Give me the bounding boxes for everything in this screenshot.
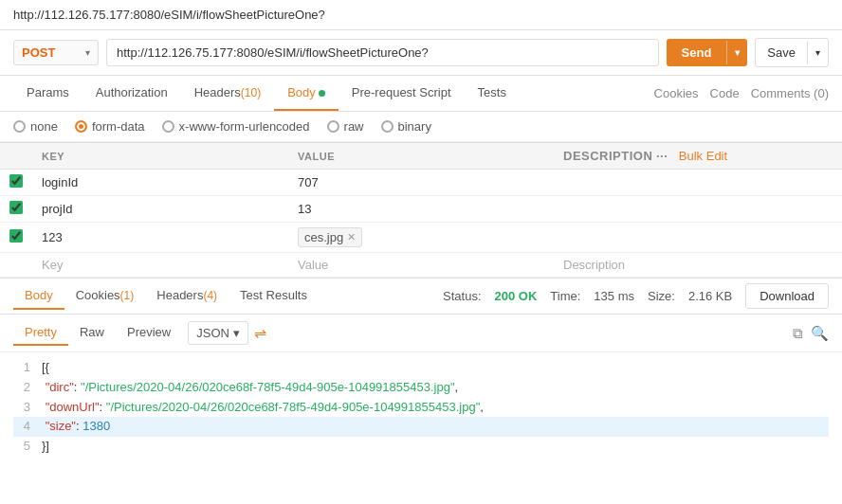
json-line-3: 3 "downUrl": "/Pictures/2020-04/26/020ce…: [13, 398, 829, 418]
tab-headers[interactable]: Headers(10): [181, 76, 274, 111]
body-type-row: none form-data x-www-form-urlencoded raw…: [0, 112, 842, 142]
method-select[interactable]: POST ▾: [13, 40, 99, 65]
format-selector[interactable]: JSON ▾: [188, 321, 248, 345]
resp-tab-body[interactable]: Body: [13, 282, 64, 310]
table-options-icon[interactable]: ···: [656, 149, 668, 163]
json-editor[interactable]: 1[{ 2 "dirc": "/Pictures/2020-04/26/020c…: [0, 352, 842, 504]
kv-section: KEY VALUE DESCRIPTION ··· Bulk Edit logi…: [0, 142, 842, 278]
row2-value[interactable]: 13: [288, 196, 554, 223]
save-button[interactable]: Save ▾: [755, 38, 829, 67]
copy-icon[interactable]: ⧉: [793, 325, 803, 342]
size-value: 2.16 KB: [688, 289, 732, 303]
response-tabs-left: Body Cookies(1) Headers(4) Test Results: [13, 282, 319, 310]
row3-desc: [554, 223, 842, 253]
radio-circle-raw: [327, 120, 339, 133]
tab-params[interactable]: Params: [13, 76, 82, 111]
url-bar-top: http://112.126.75.177:8080/eSIM/i/flowSh…: [0, 0, 842, 30]
tab-cookies[interactable]: Cookies: [654, 86, 699, 100]
row1-checkbox[interactable]: [9, 174, 23, 188]
format-label: JSON: [196, 326, 229, 340]
radio-circle-form-data: [75, 120, 87, 133]
viewer-tab-raw[interactable]: Raw: [68, 320, 116, 346]
json-line-2: 2 "dirc": "/Pictures/2020-04/26/020ce68f…: [13, 378, 829, 398]
row1-value[interactable]: 707: [288, 170, 554, 196]
viewer-left: Pretty Raw Preview JSON ▾ ⇌: [13, 320, 266, 346]
radio-circle-binary: [381, 120, 394, 133]
request-row: POST ▾ Send ▾ Save ▾: [0, 30, 842, 76]
row2-key[interactable]: projId: [32, 196, 288, 223]
json-line-1: 1[{: [13, 358, 829, 378]
request-tabs-left: Params Authorization Headers(10) Body Pr…: [13, 76, 520, 111]
table-row: projId 13: [0, 196, 842, 223]
viewer-icons: ⧉ 🔍: [793, 325, 829, 342]
radio-raw-label: raw: [344, 119, 364, 134]
th-description: DESCRIPTION ··· Bulk Edit: [554, 143, 842, 170]
tab-comments[interactable]: Comments (0): [751, 86, 829, 100]
json-line-4: 4 "size": 1380: [13, 417, 829, 437]
tab-body[interactable]: Body: [274, 76, 339, 111]
tab-authorization[interactable]: Authorization: [82, 76, 181, 111]
tab-code[interactable]: Code: [710, 86, 740, 100]
radio-binary-label: binary: [398, 119, 431, 134]
wrap-icon[interactable]: ⇌: [254, 324, 266, 342]
body-dot: [319, 90, 325, 97]
send-button[interactable]: Send ▾: [667, 39, 748, 66]
row3-checkbox[interactable]: [9, 229, 23, 243]
tab-prerequest[interactable]: Pre-request Script: [339, 76, 465, 111]
radio-urlencoded-label: x-www-form-urlencoded: [179, 119, 310, 134]
status-label: Status:: [443, 289, 481, 303]
request-tabs-row: Params Authorization Headers(10) Body Pr…: [0, 76, 842, 112]
url-input[interactable]: [106, 39, 659, 66]
placeholder-desc: Description: [554, 253, 842, 278]
send-dropdown-icon[interactable]: ▾: [726, 41, 747, 64]
file-remove-icon[interactable]: ✕: [347, 231, 356, 243]
resp-tab-headers[interactable]: Headers(4): [145, 282, 229, 310]
json-line-5: 5}]: [13, 437, 829, 457]
radio-urlencoded[interactable]: x-www-form-urlencoded: [162, 119, 310, 134]
format-dropdown-icon: ▾: [233, 326, 240, 340]
save-dropdown-icon[interactable]: ▾: [807, 41, 828, 64]
resp-tab-cookies[interactable]: Cookies(1): [64, 282, 146, 310]
search-icon[interactable]: 🔍: [811, 325, 829, 342]
th-check: [0, 143, 32, 170]
row1-key[interactable]: loginId: [32, 170, 288, 196]
th-key: KEY: [32, 143, 288, 170]
resp-tab-test-results[interactable]: Test Results: [229, 282, 319, 310]
tab-tests[interactable]: Tests: [465, 76, 520, 111]
headers-badge: (10): [241, 86, 261, 99]
bulk-edit-button[interactable]: Bulk Edit: [679, 149, 727, 163]
radio-none-label: none: [30, 119, 58, 134]
placeholder-value[interactable]: Value: [288, 253, 554, 278]
main-layout: http://112.126.75.177:8080/eSIM/i/flowSh…: [0, 0, 842, 504]
response-tabs-row: Body Cookies(1) Headers(4) Test Results …: [0, 278, 842, 315]
viewer-tabs: Pretty Raw Preview: [13, 320, 182, 346]
radio-raw[interactable]: raw: [327, 119, 364, 134]
method-label: POST: [22, 45, 55, 60]
file-name: ces.jpg: [304, 230, 343, 244]
file-tag: ces.jpg ✕: [298, 227, 362, 247]
table-row-placeholder: Key Value Description: [0, 253, 842, 278]
viewer-tab-pretty[interactable]: Pretty: [13, 320, 68, 346]
size-label: Size:: [648, 289, 675, 303]
row1-desc: [554, 170, 842, 196]
radio-form-data-label: form-data: [92, 119, 145, 134]
radio-circle-none: [13, 120, 26, 133]
radio-form-data[interactable]: form-data: [75, 119, 145, 134]
kv-table: KEY VALUE DESCRIPTION ··· Bulk Edit logi…: [0, 142, 842, 278]
row3-key[interactable]: 123: [32, 223, 288, 253]
time-label: Time:: [550, 289, 580, 303]
send-label: Send: [667, 39, 727, 66]
radio-none[interactable]: none: [13, 119, 58, 134]
placeholder-key[interactable]: Key: [32, 253, 288, 278]
method-dropdown-icon: ▾: [85, 47, 90, 58]
th-value: VALUE: [288, 143, 554, 170]
row2-desc: [554, 196, 842, 223]
row2-checkbox[interactable]: [9, 201, 23, 214]
response-info: Status: 200 OK Time: 135 ms Size: 2.16 K…: [443, 283, 829, 309]
viewer-tab-preview[interactable]: Preview: [116, 320, 182, 346]
row3-value[interactable]: ces.jpg ✕: [288, 223, 554, 253]
table-row: 123 ces.jpg ✕: [0, 223, 842, 253]
radio-binary[interactable]: binary: [381, 119, 431, 134]
download-button[interactable]: Download: [745, 283, 829, 309]
url-display: http://112.126.75.177:8080/eSIM/i/flowSh…: [13, 8, 325, 22]
